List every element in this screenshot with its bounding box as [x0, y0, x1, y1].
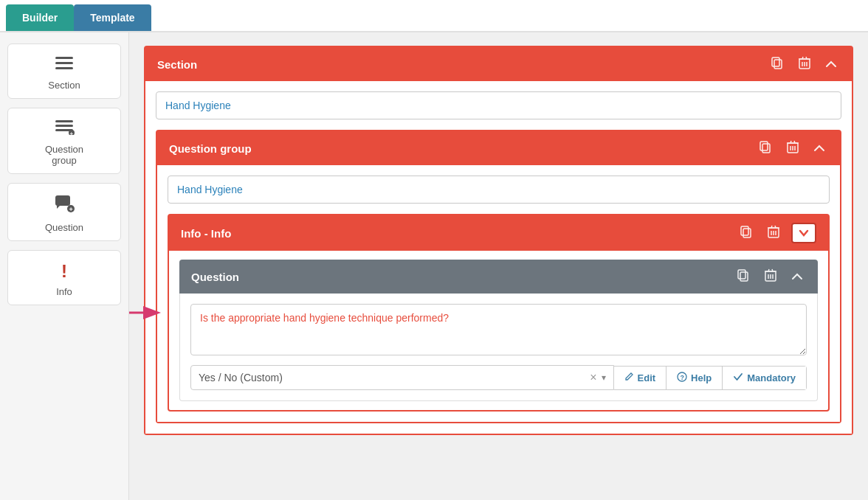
svg-rect-4	[55, 125, 73, 127]
answer-type-selector[interactable]: Yes / No (Custom) × ▾	[190, 365, 614, 390]
question-toolbar: Yes / No (Custom) × ▾	[190, 365, 807, 390]
svg-rect-32	[741, 226, 748, 235]
sidebar-info-label: Info	[56, 286, 72, 297]
svg-rect-40	[740, 272, 748, 281]
question-dark-card: Question	[179, 260, 818, 401]
info-row-card: Info - Info	[168, 214, 830, 412]
question-icon: +	[54, 194, 75, 218]
section-header: Section	[145, 47, 852, 81]
mandatory-btn[interactable]: Mandatory	[722, 367, 806, 389]
question-group-collapse-btn[interactable]	[810, 140, 828, 156]
mandatory-icon	[733, 372, 743, 383]
svg-rect-3	[55, 120, 73, 122]
svg-rect-22	[760, 142, 768, 150]
question-dark-body: Is the appropriate hand hygiene techniqu…	[179, 294, 818, 401]
svg-line-29	[794, 141, 795, 143]
svg-line-39	[775, 226, 776, 228]
question-toolbar-actions: Edit ?	[614, 366, 807, 390]
svg-rect-2	[55, 67, 73, 69]
answer-type-label: Yes / No (Custom)	[199, 372, 590, 383]
svg-rect-0	[55, 57, 73, 59]
edit-icon	[624, 372, 634, 383]
question-copy-btn[interactable]	[734, 267, 753, 286]
question-group-header-actions	[756, 139, 828, 158]
section-card: Section	[144, 46, 853, 435]
info-row-header-actions	[737, 223, 816, 243]
question-collapse-btn[interactable]	[788, 268, 806, 285]
sidebar-question-label: Question	[45, 222, 83, 233]
top-tab-bar: Builder Template	[0, 0, 868, 32]
svg-rect-8	[55, 195, 70, 206]
question-group-card: Question group	[156, 130, 841, 423]
svg-rect-1	[55, 62, 73, 64]
question-group-delete-btn[interactable]	[784, 139, 802, 158]
answer-type-icons: × ▾	[590, 371, 605, 384]
help-btn[interactable]: ? Help	[666, 367, 722, 389]
edit-btn[interactable]: Edit	[614, 367, 666, 389]
tab-template[interactable]: Template	[74, 4, 151, 31]
question-group-title-input[interactable]	[168, 176, 830, 204]
dropdown-icon[interactable]: ▾	[602, 372, 606, 383]
content-area: Section	[129, 32, 868, 500]
sidebar-item-section[interactable]: Section	[7, 44, 121, 99]
main-layout: Section + Questiongroup +	[0, 32, 868, 500]
info-exclamation-icon: !	[61, 261, 67, 282]
question-dark-header-actions	[734, 267, 806, 286]
sidebar-item-question-group[interactable]: + Questiongroup	[7, 108, 121, 174]
svg-rect-12	[774, 60, 782, 69]
section-title-input[interactable]	[156, 91, 841, 119]
svg-text:+: +	[70, 131, 74, 136]
info-row-header-label: Info - Info	[181, 227, 231, 240]
svg-rect-21	[762, 144, 770, 153]
svg-text:?: ?	[681, 374, 685, 381]
mandatory-label: Mandatory	[747, 372, 796, 383]
svg-line-47	[768, 269, 769, 271]
section-icon	[54, 55, 75, 75]
tab-builder[interactable]: Builder	[6, 4, 74, 31]
help-icon: ?	[677, 372, 687, 384]
svg-marker-9	[57, 206, 60, 209]
question-group-copy-btn[interactable]	[756, 139, 775, 158]
info-expand-btn[interactable]	[791, 223, 816, 243]
sidebar-item-question[interactable]: + Question	[7, 183, 121, 241]
info-delete-btn[interactable]	[765, 223, 782, 243]
section-header-actions	[768, 55, 840, 74]
sidebar-question-group-label: Questiongroup	[45, 144, 83, 166]
clear-icon[interactable]: ×	[590, 371, 596, 384]
question-group-header-label: Question group	[169, 142, 252, 155]
question-group-body: Info - Info	[157, 165, 840, 422]
svg-line-48	[772, 269, 773, 271]
question-delete-btn[interactable]	[762, 267, 779, 286]
svg-rect-31	[743, 229, 751, 237]
section-collapse-btn[interactable]	[822, 56, 840, 72]
edit-label: Edit	[638, 372, 656, 383]
info-row-wrapper: Info - Info	[168, 214, 830, 412]
svg-rect-13	[772, 58, 779, 66]
svg-line-20	[806, 57, 807, 59]
question-group-icon: +	[54, 119, 75, 139]
section-delete-btn[interactable]	[796, 55, 813, 74]
svg-line-19	[802, 57, 803, 59]
sidebar-section-label: Section	[48, 80, 80, 91]
question-group-header: Question group	[157, 131, 840, 165]
sidebar-item-info[interactable]: ! Info	[7, 250, 121, 305]
section-header-label: Section	[157, 58, 197, 71]
pointer-arrow	[129, 302, 168, 324]
svg-line-28	[790, 141, 791, 143]
section-copy-btn[interactable]	[768, 55, 787, 74]
help-label: Help	[691, 372, 712, 383]
sidebar: Section + Questiongroup +	[0, 32, 129, 500]
svg-text:+: +	[69, 206, 73, 213]
info-row-header: Info - Info	[169, 215, 828, 251]
info-copy-btn[interactable]	[737, 223, 756, 243]
svg-line-38	[771, 226, 772, 228]
section-body: Question group	[145, 81, 852, 434]
question-dark-header: Question	[179, 260, 818, 294]
question-text-input[interactable]: Is the appropriate hand hygiene techniqu…	[190, 304, 807, 355]
question-dark-header-label: Question	[191, 271, 239, 283]
svg-rect-41	[738, 270, 745, 279]
